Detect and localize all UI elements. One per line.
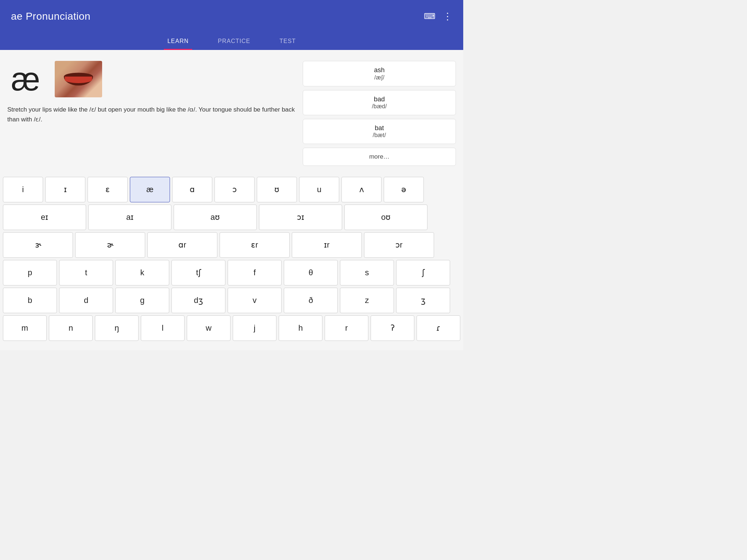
word-ash-ipa: /æʃ/	[310, 74, 448, 81]
left-panel: æ Stretch your lips wide like the /ɛ/ bu…	[7, 61, 295, 166]
key-alpha[interactable]: ɑ	[172, 177, 212, 202]
key-w[interactable]: w	[187, 315, 231, 341]
key-theta[interactable]: θ	[284, 260, 338, 285]
key-ir[interactable]: ɪr	[292, 232, 362, 258]
main-content: æ Stretch your lips wide like the /ɛ/ bu…	[0, 50, 463, 173]
key-m[interactable]: m	[3, 315, 47, 341]
key-glottal[interactable]: ʔ	[371, 315, 414, 341]
mouth-image	[55, 61, 102, 97]
key-ai[interactable]: aɪ	[88, 205, 171, 230]
keyboard-row-2: eɪ aɪ aʊ ɔɪ oʊ	[3, 205, 460, 230]
key-ar[interactable]: ɑr	[147, 232, 217, 258]
word-card-bad[interactable]: bad /bæd/	[303, 90, 456, 115]
word-bad-text: bad	[310, 96, 448, 103]
keyboard-row-4: p t k tʃ f θ s ʃ	[3, 260, 460, 285]
key-z[interactable]: z	[340, 288, 394, 313]
key-small-i[interactable]: ɪ	[45, 177, 85, 202]
ipa-keyboard: i ɪ ɛ æ ɑ ɔ ʊ u ʌ ə eɪ aɪ aʊ ɔɪ oʊ ɝ ɚ ɑ…	[0, 173, 463, 350]
tab-test[interactable]: TEST	[276, 33, 299, 50]
app-header: ae Pronunciation ⌨ ⋮	[0, 0, 463, 33]
key-epsilon[interactable]: ɛ	[88, 177, 128, 202]
key-g[interactable]: g	[115, 288, 169, 313]
key-sh[interactable]: ʃ	[396, 260, 450, 285]
word-card-bat[interactable]: bat /bæt/	[303, 119, 456, 144]
key-stressed-r[interactable]: ɝ	[3, 232, 73, 258]
phoneme-display: æ	[7, 61, 295, 97]
word-ash-text: ash	[310, 66, 448, 74]
word-bad-ipa: /bæd/	[310, 103, 448, 110]
more-words-button[interactable]: more…	[303, 148, 456, 166]
right-panel: ash /æʃ/ bad /bæd/ bat /bæt/ more…	[303, 61, 456, 166]
tabs-bar: LEARN PRACTICE TEST	[0, 33, 463, 50]
key-v[interactable]: v	[228, 288, 282, 313]
key-j[interactable]: j	[233, 315, 276, 341]
key-d[interactable]: d	[59, 288, 113, 313]
word-bat-text: bat	[310, 124, 448, 132]
key-k[interactable]: k	[115, 260, 169, 285]
key-eng[interactable]: ŋ	[95, 315, 139, 341]
key-t[interactable]: t	[59, 260, 113, 285]
tab-practice[interactable]: PRACTICE	[214, 33, 254, 50]
key-tsh[interactable]: tʃ	[171, 260, 225, 285]
key-n[interactable]: n	[49, 315, 93, 341]
more-menu-icon[interactable]: ⋮	[443, 11, 452, 22]
word-card-ash[interactable]: ash /æʃ/	[303, 61, 456, 86]
key-upsilon[interactable]: ʊ	[257, 177, 297, 202]
key-flap[interactable]: ɾ	[417, 315, 460, 341]
key-l[interactable]: l	[141, 315, 185, 341]
key-ou[interactable]: oʊ	[344, 205, 427, 230]
key-p[interactable]: p	[3, 260, 57, 285]
header-actions: ⌨ ⋮	[424, 11, 452, 22]
keyboard-row-3: ɝ ɚ ɑr ɛr ɪr ɔr	[3, 232, 460, 258]
key-s[interactable]: s	[340, 260, 394, 285]
key-h[interactable]: h	[279, 315, 322, 341]
key-ei[interactable]: eɪ	[3, 205, 86, 230]
keyboard-row-1: i ɪ ɛ æ ɑ ɔ ʊ u ʌ ə	[3, 177, 460, 202]
keyboard-icon[interactable]: ⌨	[424, 12, 436, 21]
key-u[interactable]: u	[299, 177, 339, 202]
key-er[interactable]: ɛr	[220, 232, 290, 258]
key-r[interactable]: r	[325, 315, 368, 341]
phoneme-description: Stretch your lips wide like the /ɛ/ but …	[7, 105, 295, 124]
phoneme-symbol: æ	[7, 63, 40, 96]
key-or[interactable]: ɔr	[364, 232, 434, 258]
keyboard-row-5: b d g dʒ v ð z ʒ	[3, 288, 460, 313]
key-schwa[interactable]: ə	[384, 177, 424, 202]
key-open-o[interactable]: ɔ	[214, 177, 255, 202]
app-title: ae Pronunciation	[11, 11, 90, 22]
key-eth[interactable]: ð	[284, 288, 338, 313]
word-bat-ipa: /bæt/	[310, 132, 448, 139]
key-au[interactable]: aʊ	[174, 205, 257, 230]
keyboard-row-6: m n ŋ l w j h r ʔ ɾ	[3, 315, 460, 341]
key-unstressed-r[interactable]: ɚ	[75, 232, 145, 258]
key-f[interactable]: f	[228, 260, 282, 285]
key-b[interactable]: b	[3, 288, 57, 313]
key-dzh[interactable]: dʒ	[171, 288, 225, 313]
key-zh[interactable]: ʒ	[396, 288, 450, 313]
key-ae[interactable]: æ	[130, 177, 170, 202]
key-oi[interactable]: ɔɪ	[259, 205, 342, 230]
key-i[interactable]: i	[3, 177, 43, 202]
key-wedge[interactable]: ʌ	[341, 177, 382, 202]
tab-learn[interactable]: LEARN	[164, 33, 192, 50]
